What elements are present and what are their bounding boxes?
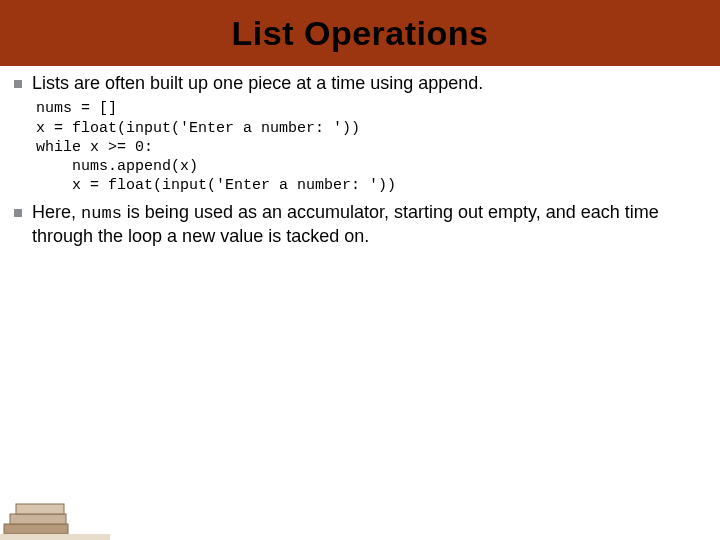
- bullet-item: Here, nums is being used as an accumulat…: [14, 201, 706, 248]
- square-bullet-icon: [14, 80, 22, 88]
- books-icon: [0, 486, 110, 540]
- svg-rect-1: [10, 514, 66, 524]
- bullet-text-2: Here, nums is being used as an accumulat…: [32, 201, 706, 248]
- text-fragment: is being used as an accumulator, startin…: [32, 202, 659, 246]
- square-bullet-icon: [14, 209, 22, 217]
- bullet-text-1: Lists are often built up one piece at a …: [32, 72, 483, 95]
- slide: List Operations Lists are often built up…: [0, 0, 720, 540]
- code-block: nums = [] x = float(input('Enter a numbe…: [36, 99, 706, 195]
- title-bar: List Operations: [0, 0, 720, 66]
- inline-code: nums: [81, 204, 122, 223]
- text-fragment: Here,: [32, 202, 81, 222]
- content-area: Lists are often built up one piece at a …: [14, 72, 706, 253]
- bullet-item: Lists are often built up one piece at a …: [14, 72, 706, 95]
- svg-rect-3: [0, 534, 110, 540]
- svg-rect-0: [4, 524, 68, 534]
- svg-rect-2: [16, 504, 64, 514]
- slide-title: List Operations: [232, 14, 489, 53]
